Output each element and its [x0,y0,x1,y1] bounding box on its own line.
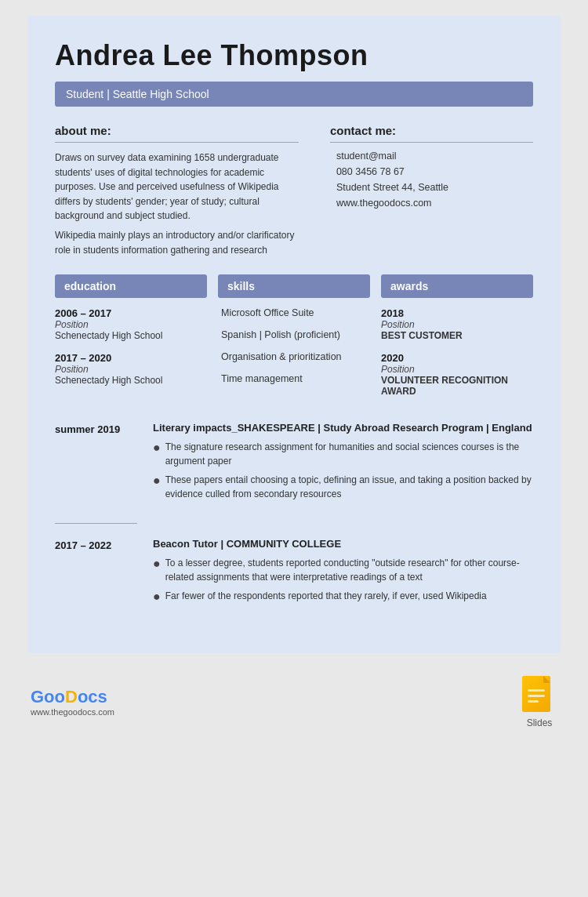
award-name-0: BEST CUSTOMER [381,330,533,341]
slides-label: Slides [527,717,553,728]
award-entry-0: 2018 Position BEST CUSTOMER [381,307,533,341]
bullet-icon-1-1: ● [153,589,161,604]
contact-phone: 080 3456 78 67 [330,166,533,177]
skill-0: Microsoft Office Suite [218,307,370,318]
exp-row-0: summer 2019 Literary impacts_SHAKESPEARE… [55,422,533,506]
logo-goo: Goo [31,687,65,706]
edu-entry-1: 2017 – 2020 Position Schenectady High Sc… [55,352,207,386]
awards-section: awards 2018 Position BEST CUSTOMER 2020 … [381,274,533,408]
edu-entry-0: 2006 – 2017 Position Schenectady High Sc… [55,307,207,341]
svg-rect-3 [528,695,545,697]
logo-d: D [65,687,78,706]
subtitle-bar: Student | Seattle High School [55,82,533,107]
skills-heading: skills [218,274,370,298]
exp-content-0: Literary impacts_SHAKESPEARE | Study Abr… [153,422,533,506]
footer-url: www.thegoodocs.com [31,707,114,717]
bullet-icon-0-0: ● [153,440,161,468]
edu-position-1: Position [55,364,207,375]
award-year-0: 2018 [381,307,533,319]
edu-school-0: Schenectady High School [55,330,207,341]
resume-name: Andrea Lee Thompson [55,39,533,72]
edu-year-0: 2006 – 2017 [55,307,207,319]
edu-year-1: 2017 – 2020 [55,352,207,364]
bullet-icon-1-0: ● [153,556,161,584]
skill-3: Time management [218,373,370,384]
gooddocs-logo: GooDocs www.thegoodocs.com [31,687,114,717]
exp-bullet-0-1: ● These papers entail choosing a topic, … [153,473,533,501]
about-text1: Draws on survey data examining 1658 unde… [55,151,299,223]
award-position-1: Position [381,364,533,375]
edu-school-1: Schenectady High School [55,375,207,386]
about-text2: Wikipedia mainly plays an introductory a… [55,228,299,257]
skill-2: Organisation & prioritization [218,351,370,362]
exp-bullet-1-1: ● Far fewer of the respondents reported … [153,589,533,604]
exp-row-1: 2017 – 2022 Beacon Tutor | COMMUNITY COL… [55,538,533,608]
exp-date-0: summer 2019 [55,422,137,506]
skills-section: skills Microsoft Office Suite Spanish | … [218,274,370,408]
svg-rect-4 [528,700,539,703]
award-entry-1: 2020 Position VOLUNTEER RECOGNITION AWAR… [381,352,533,397]
exp-content-1: Beacon Tutor | COMMUNITY COLLEGE ● To a … [153,538,533,608]
exp-title-1: Beacon Tutor | COMMUNITY COLLEGE [153,538,533,550]
about-section: about me: Draws on survey data examining… [55,124,299,257]
about-heading: about me: [55,124,299,137]
award-position-0: Position [381,319,533,330]
contact-section: contact me: student@mail 080 3456 78 67 … [330,124,533,257]
slides-icon-wrap: Slides [521,675,557,728]
award-name-1: VOLUNTEER RECOGNITION AWARD [381,375,533,397]
exp-bullet-1-0: ● To a lesser degree, students reported … [153,556,533,584]
svg-rect-2 [528,689,545,692]
contact-address: Student Street 44, Seattle [330,182,533,193]
exp-date-1: 2017 – 2022 [55,538,137,608]
footer: GooDocs www.thegoodocs.com Slides [27,675,561,728]
award-year-1: 2020 [381,352,533,364]
logo-docs: ocs [78,687,107,706]
awards-heading: awards [381,274,533,298]
bullet-icon-0-1: ● [153,473,161,501]
contact-website: www.thegoodocs.com [330,198,533,209]
exp-title-0: Literary impacts_SHAKESPEARE | Study Abr… [153,422,533,434]
contact-email: student@mail [330,151,533,162]
edu-position-0: Position [55,319,207,330]
education-section: education 2006 – 2017 Position Schenecta… [55,274,207,408]
contact-heading: contact me: [330,124,533,137]
exp-bullet-0-0: ● The signature research assignment for … [153,440,533,468]
experience-section: summer 2019 Literary impacts_SHAKESPEARE… [55,422,533,608]
education-heading: education [55,274,207,298]
slides-file-icon [521,675,557,716]
gooddocs-name: GooDocs [31,687,114,707]
exp-divider [55,523,137,524]
skill-1: Spanish | Polish (proficient) [218,329,370,340]
